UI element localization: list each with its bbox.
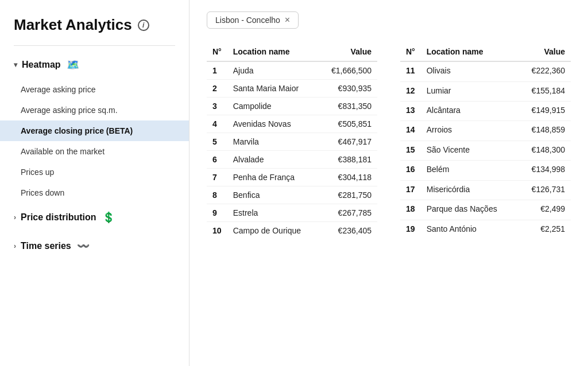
row-location: Arroios [421, 121, 518, 141]
filter-close-button[interactable]: × [285, 15, 290, 25]
left-header-location: Location name [227, 42, 318, 61]
table-row: 7 Penha de França €304,118 [207, 169, 377, 186]
table-row: 19 Santo António €2,251 [400, 220, 571, 239]
row-location: Misericórdia [421, 180, 518, 200]
time-series-icon: 〰️ [77, 240, 90, 252]
row-num: 6 [207, 151, 227, 169]
row-num: 9 [207, 204, 227, 222]
row-num: 18 [400, 200, 421, 220]
table-row: 8 Benfica €281,750 [207, 186, 377, 204]
row-location: Campo de Ourique [227, 222, 318, 240]
sidebar: Market Analytics i ▾ Heatmap 🗺️ Average … [0, 0, 189, 366]
row-location: Parque das Nações [421, 200, 518, 220]
sidebar-title: Market Analytics [14, 16, 132, 34]
table-row: 11 Olivais €222,360 [400, 61, 571, 81]
row-value: €134,998 [517, 161, 571, 180]
table-row: 1 Ajuda €1,666,500 [207, 61, 377, 80]
price-dist-label: Price distribution [21, 212, 96, 223]
row-num: 4 [207, 115, 227, 133]
table-right: N° Location name Value 11 Olivais €222,3… [400, 42, 571, 239]
row-num: 2 [207, 80, 227, 98]
table-row: 14 Arroios €148,859 [400, 121, 571, 141]
sidebar-item-avg-closing-price[interactable]: Average closing price (BETA) [0, 120, 189, 141]
right-header-num: N° [400, 42, 421, 61]
table-row: 18 Parque das Nações €2,499 [400, 200, 571, 220]
table-row: 17 Misericórdia €126,731 [400, 180, 571, 200]
row-location: Benfica [227, 186, 318, 204]
row-num: 3 [207, 98, 227, 115]
row-value: €222,360 [517, 61, 571, 81]
row-value: €126,731 [517, 180, 571, 200]
price-dist-icon: 💲 [102, 211, 115, 224]
table-row: 10 Campo de Ourique €236,405 [207, 222, 377, 240]
sidebar-header: Market Analytics i [0, 0, 189, 45]
info-icon[interactable]: i [138, 20, 149, 31]
row-value: €281,750 [318, 186, 377, 204]
row-value: €149,915 [517, 101, 571, 120]
row-location: Belém [421, 161, 518, 180]
table-row: 2 Santa Maria Maior €930,935 [207, 80, 377, 98]
row-location: Avenidas Novas [227, 115, 318, 133]
row-num: 11 [400, 61, 421, 81]
row-value: €267,785 [318, 204, 377, 222]
row-num: 10 [207, 222, 227, 240]
time-series-chevron: › [14, 242, 16, 250]
row-num: 17 [400, 180, 421, 200]
table-row: 9 Estrela €267,785 [207, 204, 377, 222]
main-content: Lisbon - Concelho × N° Location name Val… [189, 0, 588, 366]
row-value: €1,666,500 [318, 61, 377, 80]
row-location: Santa Maria Maior [227, 80, 318, 98]
row-value: €148,300 [517, 141, 571, 160]
row-value: €2,251 [517, 220, 571, 239]
section-heatmap[interactable]: ▾ Heatmap 🗺️ [0, 50, 189, 79]
row-location: Campolide [227, 98, 318, 115]
row-location: Alvalade [227, 151, 318, 169]
row-location: Lumiar [421, 81, 518, 101]
row-location: Penha de França [227, 169, 318, 186]
row-value: €388,181 [318, 151, 377, 169]
heatmap-chevron: ▾ [14, 61, 17, 69]
sidebar-item-avg-asking-price-sqm[interactable]: Average asking price sq.m. [0, 100, 189, 120]
filter-label: Lisbon - Concelho [215, 15, 280, 25]
table-row: 16 Belém €134,998 [400, 161, 571, 180]
left-header-value: Value [318, 42, 377, 61]
row-value: €304,118 [318, 169, 377, 186]
heatmap-icon: 🗺️ [67, 59, 79, 71]
row-location: São Vicente [421, 141, 518, 160]
row-num: 14 [400, 121, 421, 141]
row-num: 1 [207, 61, 227, 80]
sidebar-item-prices-up[interactable]: Prices up [0, 162, 189, 182]
row-value: €930,935 [318, 80, 377, 98]
section-price-distribution[interactable]: › Price distribution 💲 [0, 203, 189, 232]
table-row: 4 Avenidas Novas €505,851 [207, 115, 377, 133]
row-num: 19 [400, 220, 421, 239]
time-series-label: Time series [21, 241, 71, 251]
row-num: 12 [400, 81, 421, 101]
right-header-value: Value [517, 42, 571, 61]
table-row: 5 Marvila €467,917 [207, 133, 377, 151]
table-row: 3 Campolide €831,350 [207, 98, 377, 115]
row-num: 13 [400, 101, 421, 120]
row-num: 8 [207, 186, 227, 204]
row-value: €148,859 [517, 121, 571, 141]
row-value: €831,350 [318, 98, 377, 115]
right-header-location: Location name [421, 42, 518, 61]
section-time-series[interactable]: › Time series 〰️ [0, 232, 189, 260]
filter-tag[interactable]: Lisbon - Concelho × [207, 11, 299, 29]
sidebar-item-available-market[interactable]: Available on the market [0, 141, 189, 162]
sidebar-item-prices-down[interactable]: Prices down [0, 182, 189, 203]
row-num: 7 [207, 169, 227, 186]
price-dist-chevron: › [14, 213, 16, 221]
table-row: 12 Lumiar €155,184 [400, 81, 571, 101]
row-location: Estrela [227, 204, 318, 222]
row-num: 15 [400, 141, 421, 160]
heatmap-label: Heatmap [22, 60, 61, 70]
row-num: 5 [207, 133, 227, 151]
sidebar-title-row: Market Analytics i [14, 16, 175, 34]
row-location: Santo António [421, 220, 518, 239]
row-value: €2,499 [517, 200, 571, 220]
tables-wrapper: N° Location name Value 1 Ajuda €1,666,50… [207, 42, 571, 239]
row-value: €155,184 [517, 81, 571, 101]
table-left: N° Location name Value 1 Ajuda €1,666,50… [207, 42, 377, 239]
sidebar-item-avg-asking-price[interactable]: Average asking price [0, 79, 189, 100]
